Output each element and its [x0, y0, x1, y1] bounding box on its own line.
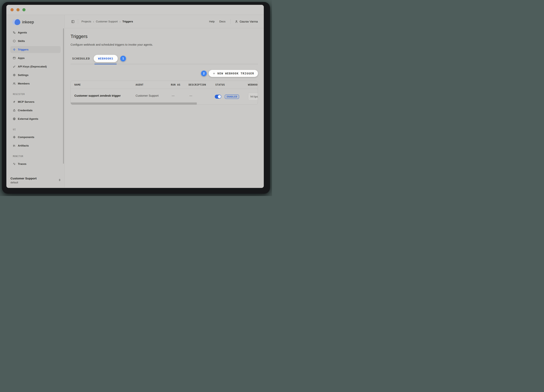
- lock-icon: [13, 109, 16, 112]
- chevron-right-icon: ›: [93, 20, 94, 23]
- sidebar-item-label: Triggers: [18, 48, 29, 51]
- user-icon: [235, 20, 238, 23]
- brand-name: inkeep: [22, 20, 34, 24]
- sidebar-item-label: Members: [18, 82, 30, 85]
- sidebar-item-label: Settings: [18, 74, 29, 77]
- project-environment: default: [11, 181, 62, 184]
- sidebar-item-api-keys[interactable]: API Keys (Deprecated): [10, 63, 61, 70]
- column-header-name: NAME: [74, 81, 81, 89]
- main-header: Projects › Customer Support › Triggers H…: [65, 15, 264, 28]
- webhook-url-chip[interactable]: https: [248, 93, 258, 101]
- sidebar-item-label: Agents: [18, 31, 27, 34]
- sidebar-item-label: Apps: [18, 57, 25, 60]
- sidebar-item-apps[interactable]: Apps: [10, 54, 61, 61]
- sidebar-item-traces[interactable]: Traces: [10, 160, 61, 167]
- column-header-description: DESCRIPTION: [189, 81, 206, 89]
- sidebar: inkeep Agents Skills Triggers Apps: [6, 15, 65, 188]
- app-window-icon: [13, 57, 16, 59]
- column-header-agent: AGENT: [136, 81, 143, 89]
- zoom-button[interactable]: [22, 8, 25, 11]
- component-icon: [13, 136, 16, 138]
- zap-icon: [13, 48, 16, 51]
- sidebar-item-label: Artifacts: [18, 144, 29, 147]
- mcp-icon: [13, 101, 16, 103]
- sidebar-item-label: Skills: [18, 40, 25, 43]
- inkeep-logo-icon: [12, 19, 20, 25]
- table-header-row: NAME AGENT RUN AS DESCRIPTION STATUS WEB…: [71, 81, 258, 89]
- tab-bar: SCHEDULED WEBHOOKS 1: [71, 55, 126, 62]
- project-switcher[interactable]: Customer Support default: [11, 177, 62, 184]
- sidebar-item-credentials[interactable]: Credentials: [10, 107, 61, 114]
- sidebar-scrollbar[interactable]: [63, 28, 64, 164]
- annotation-badge-1: 1: [120, 56, 126, 61]
- app-window: inkeep Agents Skills Triggers Apps: [6, 5, 264, 188]
- sidebar-toggle-button[interactable]: [71, 20, 75, 23]
- toggle-knob: [218, 95, 221, 99]
- toolbar: 2 NEW WEBHOOK TRIGGER: [201, 70, 258, 77]
- sidebar-item-settings[interactable]: Settings: [10, 71, 61, 78]
- chevron-right-icon: ›: [119, 20, 121, 23]
- page-title: Triggers: [71, 34, 88, 39]
- sidebar-item-mcp-servers[interactable]: MCP Servers: [10, 98, 61, 105]
- breadcrumb-triggers: Triggers: [122, 20, 133, 23]
- globe-icon: [13, 118, 16, 120]
- panel-left-icon: [71, 20, 75, 23]
- sidebar-section-register: REGISTER: [10, 93, 61, 96]
- breadcrumb-customer-support[interactable]: Customer Support: [96, 20, 118, 23]
- annotation-badge-2: 2: [201, 71, 207, 76]
- header-divider: [231, 19, 231, 24]
- main-panel: Projects › Customer Support › Triggers H…: [65, 15, 264, 188]
- sidebar-section-monitor: MONITOR: [10, 155, 61, 158]
- tab-webhooks[interactable]: WEBHOOKS: [94, 55, 118, 62]
- breadcrumb: Projects › Customer Support › Triggers: [82, 20, 133, 23]
- triggers-table: NAME AGENT RUN AS DESCRIPTION STATUS WEB…: [71, 81, 258, 105]
- status-toggle[interactable]: [215, 95, 221, 99]
- status-badge: ENABLED: [225, 95, 239, 99]
- page-content: Triggers Configure webhook and scheduled…: [65, 29, 264, 188]
- table-horizontal-scrollbar[interactable]: [71, 102, 197, 105]
- users-icon: [13, 82, 16, 85]
- sidebar-item-label: MCP Servers: [18, 100, 35, 103]
- column-header-webhook: WEBHOOK: [248, 81, 258, 89]
- key-icon: [13, 65, 16, 68]
- column-header-status: STATUS: [215, 81, 225, 89]
- library-icon: [13, 144, 16, 147]
- sidebar-item-triggers[interactable]: Triggers: [10, 46, 61, 53]
- project-name: Customer Support: [11, 177, 62, 180]
- tab-scheduled[interactable]: SCHEDULED: [71, 57, 92, 60]
- breadcrumb-projects[interactable]: Projects: [82, 20, 91, 23]
- workflow-icon: [13, 31, 16, 34]
- gear-icon: [13, 74, 16, 76]
- trigger-agent: Customer Support: [136, 89, 159, 103]
- sidebar-item-members[interactable]: Members: [10, 80, 61, 87]
- user-name: Gaurav Varma: [240, 20, 258, 23]
- sidebar-item-external-agents[interactable]: External Agents: [10, 115, 61, 122]
- sidebar-nav: Agents Skills Triggers Apps API Keys (De: [6, 29, 65, 169]
- inkeep-logo[interactable]: inkeep: [12, 19, 34, 25]
- close-button[interactable]: [11, 8, 14, 11]
- hexagon-icon: [13, 40, 16, 42]
- sidebar-item-components[interactable]: Components: [10, 134, 61, 141]
- titlebar: [6, 5, 264, 15]
- chevrons-up-down-icon: [58, 179, 61, 182]
- sidebar-item-agents[interactable]: Agents: [10, 29, 61, 36]
- trigger-name: Customer support zendesk trigger: [74, 89, 121, 103]
- trigger-description: —: [189, 89, 192, 103]
- new-webhook-trigger-button[interactable]: NEW WEBHOOK TRIGGER: [209, 70, 258, 77]
- tab-bar-rule: [71, 64, 258, 64]
- docs-link[interactable]: Docs: [219, 20, 225, 23]
- minimize-button[interactable]: [17, 8, 20, 11]
- sidebar-section-ui: UI: [10, 128, 61, 131]
- sidebar-item-label: Components: [18, 136, 34, 139]
- help-link[interactable]: Help: [209, 20, 215, 23]
- sidebar-item-label: Credentials: [18, 109, 32, 112]
- sidebar-item-label: API Keys (Deprecated): [18, 65, 47, 68]
- sidebar-item-label: Traces: [18, 162, 26, 166]
- sidebar-item-artifacts[interactable]: Artifacts: [10, 142, 61, 149]
- plus-icon: [213, 72, 215, 75]
- sidebar-item-skills[interactable]: Skills: [10, 38, 61, 44]
- header-actions: Help Docs Gaurav Varma: [209, 19, 258, 24]
- sidebar-item-label: External Agents: [18, 117, 38, 120]
- page-description: Configure webhook and scheduled triggers…: [71, 43, 153, 46]
- user-menu[interactable]: Gaurav Varma: [235, 20, 258, 23]
